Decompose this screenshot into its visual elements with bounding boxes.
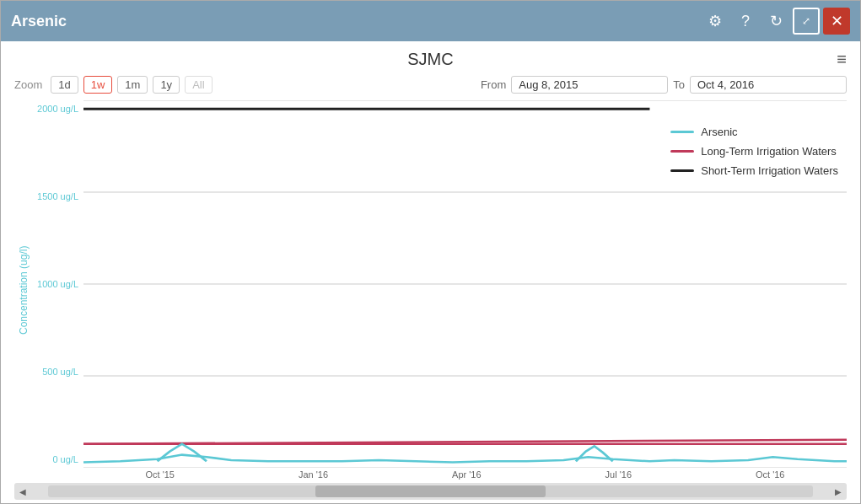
- chart-header: SJMC ≡: [14, 50, 847, 69]
- scrollbar[interactable]: ◀ ▶: [14, 483, 847, 500]
- legend-long-term-line: [670, 150, 694, 153]
- help-icon[interactable]: ?: [732, 8, 759, 35]
- zoom-label: Zoom: [14, 78, 42, 91]
- content-area: SJMC ≡ Zoom 1d 1w 1m 1y All From To Conc…: [1, 41, 860, 503]
- to-label: To: [673, 78, 685, 91]
- y-axis: 2000 ug/L 1500 ug/L 1000 ug/L 500 ug/L 0…: [30, 100, 83, 468]
- date-controls: From To: [481, 76, 847, 94]
- y-axis-label: Concentration (ug/l): [14, 100, 30, 480]
- chart-area: Concentration (ug/l) 2000 ug/L 1500 ug/L…: [14, 100, 847, 480]
- legend-short-term-line: [670, 169, 694, 172]
- gear-icon[interactable]: ⚙: [702, 8, 729, 35]
- chart-controls: Zoom 1d 1w 1m 1y All From To: [14, 76, 847, 94]
- zoom-1d-button[interactable]: 1d: [51, 76, 78, 94]
- y-tick-0: 0 ug/L: [30, 454, 83, 464]
- chart-inner: 2000 ug/L 1500 ug/L 1000 ug/L 500 ug/L 0…: [30, 100, 847, 480]
- x-tick-jan16: Jan '16: [299, 469, 328, 480]
- zoom-1w-button[interactable]: 1w: [83, 76, 113, 94]
- y-tick-1000: 1000 ug/L: [30, 279, 83, 289]
- legend-long-term: Long-Term Irrigation Waters: [670, 145, 838, 158]
- x-tick-apr16: Apr '16: [452, 469, 482, 480]
- app-title: Arsenic: [11, 13, 67, 30]
- legend-arsenic: Arsenic: [670, 126, 838, 138]
- scrollbar-right-arrow[interactable]: ▶: [830, 483, 847, 500]
- y-tick-500: 500 ug/L: [30, 367, 83, 377]
- scrollbar-track: [48, 485, 813, 497]
- chart-legend: Arsenic Long-Term Irrigation Waters Shor…: [670, 126, 838, 177]
- hamburger-menu-icon[interactable]: ≡: [837, 50, 847, 69]
- app-window: Arsenic ⚙ ? ↻ ⤢ ✕ SJMC ≡ Zoom 1d 1w 1m 1…: [0, 0, 861, 504]
- plot-area: 2000 ug/L 1500 ug/L 1000 ug/L 500 ug/L 0…: [30, 100, 847, 468]
- chart-plot: Arsenic Long-Term Irrigation Waters Shor…: [83, 100, 847, 468]
- close-icon[interactable]: ✕: [823, 8, 850, 35]
- expand-icon[interactable]: ⤢: [793, 8, 820, 35]
- y-tick-2000: 2000 ug/L: [30, 104, 83, 114]
- chart-title: SJMC: [14, 50, 847, 69]
- zoom-1y-button[interactable]: 1y: [153, 76, 180, 94]
- titlebar-icons: ⚙ ? ↻ ⤢ ✕: [702, 8, 850, 35]
- legend-arsenic-label: Arsenic: [701, 126, 737, 138]
- scrollbar-thumb[interactable]: [315, 485, 545, 497]
- x-tick-oct16: Oct '16: [756, 469, 785, 480]
- from-label: From: [481, 78, 506, 91]
- refresh-icon[interactable]: ↻: [762, 8, 789, 35]
- y-tick-1500: 1500 ug/L: [30, 191, 83, 201]
- scrollbar-left-arrow[interactable]: ◀: [14, 483, 31, 500]
- legend-long-term-label: Long-Term Irrigation Waters: [701, 145, 837, 158]
- x-tick-oct15: Oct '15: [145, 469, 175, 480]
- legend-short-term-label: Short-Term Irrigation Waters: [701, 164, 838, 177]
- x-tick-jul16: Jul '16: [605, 469, 632, 480]
- zoom-all-button[interactable]: All: [185, 76, 212, 94]
- titlebar: Arsenic ⚙ ? ↻ ⤢ ✕: [1, 1, 860, 41]
- legend-short-term: Short-Term Irrigation Waters: [670, 164, 838, 177]
- legend-arsenic-line: [670, 131, 694, 133]
- x-axis: Oct '15 Jan '16 Apr '16 Jul '16 Oct '16: [30, 469, 847, 480]
- date-from-input[interactable]: [511, 76, 668, 94]
- date-to-input[interactable]: [690, 76, 847, 94]
- zoom-1m-button[interactable]: 1m: [117, 76, 148, 94]
